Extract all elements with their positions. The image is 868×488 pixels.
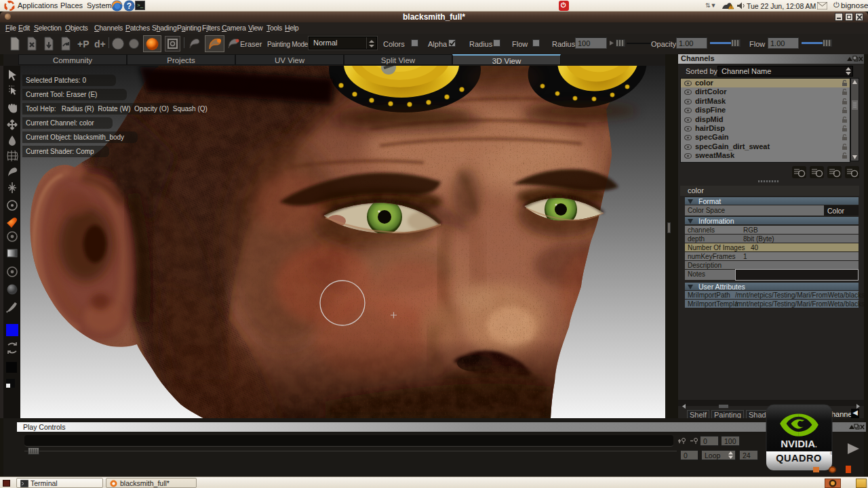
svg-text:+P: +P bbox=[77, 39, 90, 49]
svg-text:!: ! bbox=[730, 4, 732, 9]
svg-text:QUADRO: QUADRO bbox=[776, 453, 821, 464]
svg-text:®: ® bbox=[830, 451, 833, 455]
svg-text:d+: d+ bbox=[94, 39, 106, 49]
svg-text:?: ? bbox=[127, 1, 132, 11]
svg-text:NVIDIA.: NVIDIA. bbox=[781, 438, 817, 449]
